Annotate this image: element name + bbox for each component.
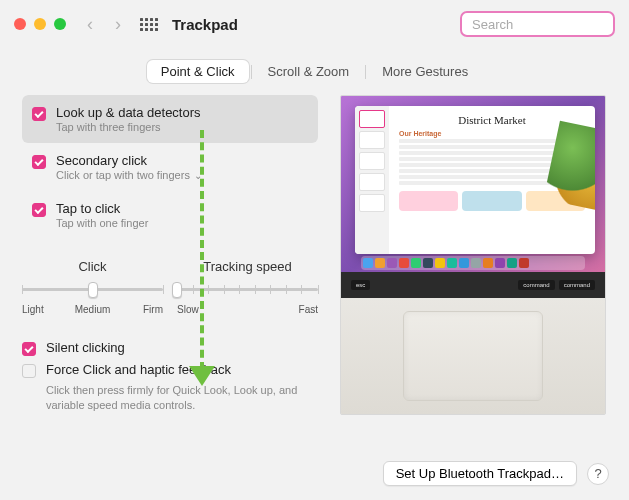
option-label: Silent clicking (46, 340, 125, 355)
tab-scroll-zoom[interactable]: Scroll & Zoom (254, 60, 364, 83)
close-window-button[interactable] (14, 18, 26, 30)
checkbox-lookup[interactable] (32, 107, 46, 121)
options-column: Look up & data detectors Tap with three … (22, 95, 318, 415)
setup-bluetooth-button[interactable]: Set Up Bluetooth Trackpad… (383, 461, 577, 486)
trackpad-preview: District Market Our Heritage esc (340, 95, 606, 415)
main-content: Look up & data detectors Tap with three … (0, 95, 629, 415)
gesture-options: Look up & data detectors Tap with three … (22, 95, 318, 239)
tracking-slider[interactable] (177, 280, 318, 298)
option-text: Secondary click Click or tap with two fi… (56, 153, 202, 181)
option-text: Look up & data detectors Tap with three … (56, 105, 201, 133)
option-sub: Click or tap with two fingers⌄ (56, 169, 202, 181)
tab-more-gestures[interactable]: More Gestures (368, 60, 482, 83)
option-secondary-click[interactable]: Secondary click Click or tap with two fi… (22, 143, 318, 191)
option-lookup[interactable]: Look up & data detectors Tap with three … (22, 95, 318, 143)
slider-knob[interactable] (88, 282, 98, 298)
search-field[interactable] (460, 11, 615, 37)
preview-app-window: District Market Our Heritage (355, 106, 595, 254)
back-button[interactable]: ‹ (80, 14, 100, 35)
checkbox-force[interactable] (22, 364, 36, 378)
option-silent-clicking[interactable]: Silent clicking (22, 337, 318, 359)
option-help-text: Click then press firmly for Quick Look, … (46, 383, 318, 413)
option-sub: Tap with one finger (56, 217, 148, 229)
option-label: Tap to click (56, 201, 148, 216)
page-title: Trackpad (172, 16, 238, 33)
preview-screen: District Market Our Heritage (341, 96, 605, 272)
forward-button[interactable]: › (108, 14, 128, 35)
slider-labels: Light Medium Firm (22, 304, 163, 315)
preview-keyboard-deck: esc command command (341, 272, 605, 298)
option-label: Force Click and haptic feedback (46, 362, 231, 377)
sliders-row: Click Light Medium Firm (22, 259, 318, 315)
option-label: Secondary click (56, 153, 202, 168)
preview-dock (361, 256, 585, 270)
checkbox-tap[interactable] (32, 203, 46, 217)
preview-document: District Market Our Heritage (389, 106, 595, 254)
option-force-click[interactable]: Force Click and haptic feedback (22, 359, 318, 381)
tracking-slider-group: Tracking speed Slow Fast (177, 259, 318, 315)
help-button[interactable]: ? (587, 463, 609, 485)
tab-separator (251, 65, 252, 79)
tab-point-click[interactable]: Point & Click (147, 60, 249, 83)
preview-column: District Market Our Heritage esc (340, 95, 606, 415)
click-slider-group: Click Light Medium Firm (22, 259, 163, 315)
slider-labels: Slow Fast (177, 304, 318, 315)
chevron-down-icon[interactable]: ⌄ (194, 170, 202, 181)
click-slider[interactable] (22, 280, 163, 298)
preview-sidebar (355, 106, 389, 254)
checkbox-secondary[interactable] (32, 155, 46, 169)
titlebar: ‹ › Trackpad (0, 0, 629, 48)
preview-trackpad-area (341, 298, 605, 414)
slider-title: Tracking speed (203, 259, 291, 274)
tab-bar: Point & Click Scroll & Zoom More Gesture… (0, 60, 629, 83)
slider-title: Click (78, 259, 106, 274)
show-all-icon[interactable] (140, 18, 158, 31)
tab-separator (365, 65, 366, 79)
option-text: Tap to click Tap with one finger (56, 201, 148, 229)
zoom-window-button[interactable] (54, 18, 66, 30)
option-sub: Tap with three fingers (56, 121, 201, 133)
footer: Set Up Bluetooth Trackpad… ? (383, 461, 609, 486)
bottom-options: Silent clicking Force Click and haptic f… (22, 337, 318, 413)
preview-trackpad (403, 311, 543, 401)
option-tap-to-click[interactable]: Tap to click Tap with one finger (22, 191, 318, 239)
option-label: Look up & data detectors (56, 105, 201, 120)
checkbox-silent[interactable] (22, 342, 36, 356)
slider-knob[interactable] (172, 282, 182, 298)
preview-doc-title: District Market (399, 114, 585, 126)
window-controls (14, 18, 66, 30)
search-input[interactable] (472, 17, 629, 32)
preferences-window: ‹ › Trackpad Point & Click Scroll & Zoom… (0, 0, 629, 500)
minimize-window-button[interactable] (34, 18, 46, 30)
